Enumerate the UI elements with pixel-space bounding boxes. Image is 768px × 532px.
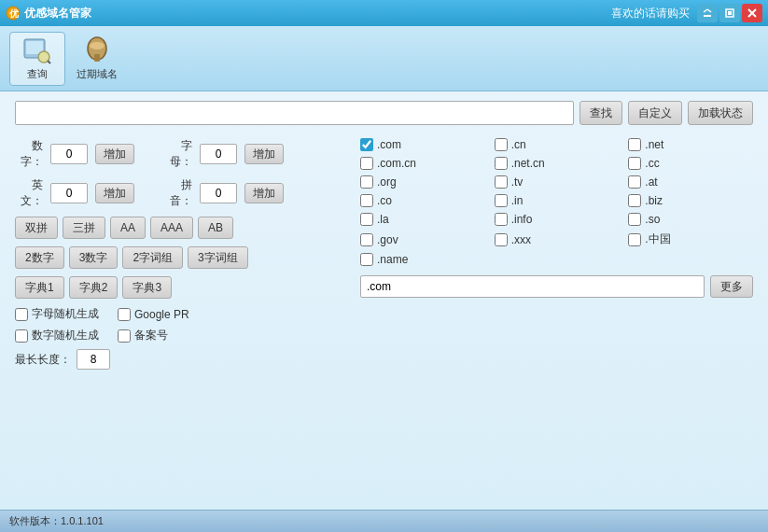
tld-info[interactable]: .info — [495, 213, 620, 226]
right-panel: .com .cn .net .com.cn .net.cn — [360, 138, 753, 370]
controls-area: 数字： 增加 字母： 增加 英文： 增加 拼音： 增加 双拼 三 — [15, 138, 753, 370]
number-random-check[interactable]: 数字随机生成 — [15, 328, 99, 343]
tld-cn[interactable]: .cn — [495, 138, 620, 151]
beian-label: 备案号 — [134, 328, 168, 343]
toolbar-query-label: 查询 — [27, 67, 48, 81]
tld-netcn[interactable]: .net.cn — [495, 157, 620, 170]
toolbar-expired-label: 过期域名 — [77, 67, 118, 81]
max-len-label: 最长长度： — [15, 352, 71, 368]
app-title: 优感域名管家 — [24, 6, 611, 21]
two-num-button[interactable]: 2数字 — [15, 246, 64, 269]
tld-grid: .com .cn .net .com.cn .net.cn — [360, 138, 753, 266]
tld-tv[interactable]: .tv — [495, 175, 620, 189]
custom-tld-input[interactable] — [360, 275, 705, 298]
checkbox-row-2: 数字随机生成 备案号 — [15, 328, 351, 343]
load-status-button[interactable]: 加载状态 — [688, 101, 753, 125]
svg-point-14 — [90, 42, 105, 49]
max-len-row: 最长长度： — [15, 349, 351, 370]
google-pr-check[interactable]: Google PR — [118, 308, 189, 321]
promo-text: 喜欢的话请购买 — [611, 6, 690, 21]
window-controls — [697, 4, 762, 22]
three-num-button[interactable]: 3数字 — [69, 246, 119, 269]
app-icon: 优 — [6, 6, 21, 21]
letter-random-label: 字母随机生成 — [32, 306, 99, 322]
btn-group-3: 字典1 字典2 字典3 — [15, 276, 351, 299]
search-button[interactable]: 查找 — [579, 101, 622, 125]
tld-gov[interactable]: .gov — [360, 231, 485, 247]
tld-in[interactable]: .in — [495, 194, 620, 207]
tld-china[interactable]: .中国 — [628, 231, 753, 247]
btn-group-1: 双拼 三拼 AA AAA AB — [15, 217, 351, 239]
more-tld-button[interactable]: 更多 — [710, 275, 753, 298]
svg-text:优: 优 — [8, 8, 20, 19]
status-text: 软件版本：1.0.1.101 — [9, 514, 104, 528]
svg-rect-6 — [728, 11, 732, 15]
english-inc-button[interactable]: 增加 — [95, 183, 134, 203]
sanpin-button[interactable]: 三拼 — [63, 217, 105, 239]
svg-line-3 — [704, 9, 707, 12]
three-word-button[interactable]: 3字词组 — [188, 246, 248, 269]
pinyin-input[interactable] — [200, 183, 237, 203]
letter-random-check[interactable]: 字母随机生成 — [15, 306, 99, 322]
tld-com[interactable]: .com — [360, 138, 485, 151]
tld-biz[interactable]: .biz — [628, 194, 753, 207]
main-content: 查找 自定义 加载状态 数字： 增加 字母： 增加 英文： 增加 拼音： — [0, 91, 768, 510]
english-input[interactable] — [50, 183, 88, 203]
status-bar: 软件版本：1.0.1.101 — [0, 510, 768, 532]
two-word-button[interactable]: 2字词组 — [122, 246, 183, 269]
expired-icon — [82, 35, 112, 65]
svg-line-12 — [48, 61, 50, 63]
more-tld-row: 更多 — [360, 275, 753, 298]
number-letter-row: 数字： 增加 字母： 增加 — [15, 138, 351, 170]
tld-so[interactable]: .so — [628, 213, 753, 226]
toolbar: 查询 过期域名 — [0, 26, 768, 91]
google-pr-label: Google PR — [134, 308, 189, 321]
search-row: 查找 自定义 加载状态 — [15, 101, 753, 125]
max-len-input[interactable] — [77, 349, 110, 370]
close-button[interactable] — [742, 4, 762, 22]
query-icon — [22, 35, 52, 65]
pinyin-inc-button[interactable]: 增加 — [244, 183, 284, 203]
english-pinyin-row: 英文： 增加 拼音： 增加 — [15, 177, 351, 209]
checkbox-row-1: 字母随机生成 Google PR — [15, 306, 351, 322]
number-random-label: 数字随机生成 — [32, 328, 99, 343]
tld-comcn[interactable]: .com.cn — [360, 157, 485, 170]
letter-inc-button[interactable]: 增加 — [244, 144, 284, 164]
toolbar-expired[interactable]: 过期域名 — [69, 32, 125, 86]
search-input[interactable] — [15, 101, 574, 125]
tld-cc[interactable]: .cc — [628, 157, 753, 170]
left-panel: 数字： 增加 字母： 增加 英文： 增加 拼音： 增加 双拼 三 — [15, 138, 351, 370]
dict3-button[interactable]: 字典3 — [122, 276, 172, 299]
beian-check[interactable]: 备案号 — [118, 328, 168, 343]
maximize-button[interactable] — [719, 4, 740, 22]
letter-input[interactable] — [200, 144, 237, 164]
aa-button[interactable]: AA — [110, 217, 146, 239]
tld-xxx[interactable]: .xxx — [495, 231, 620, 247]
ab-button[interactable]: AB — [198, 217, 233, 239]
tld-co[interactable]: .co — [360, 194, 485, 207]
title-bar: 优 优感域名管家 喜欢的话请购买 — [0, 0, 768, 26]
number-inc-button[interactable]: 增加 — [95, 144, 134, 164]
tld-name[interactable]: .name — [360, 253, 485, 266]
shuangpin-button[interactable]: 双拼 — [15, 217, 58, 239]
dict1-button[interactable]: 字典1 — [15, 276, 64, 299]
btn-group-2: 2数字 3数字 2字词组 3字词组 — [15, 246, 351, 269]
custom-button[interactable]: 自定义 — [628, 101, 682, 125]
toolbar-query[interactable]: 查询 — [9, 32, 65, 86]
minimize-button[interactable] — [697, 4, 718, 22]
tld-net[interactable]: .net — [628, 138, 753, 151]
english-label: 英文： — [15, 177, 43, 209]
tld-at[interactable]: .at — [628, 175, 753, 189]
tld-la[interactable]: .la — [360, 213, 485, 226]
svg-line-4 — [707, 9, 711, 12]
tld-org[interactable]: .org — [360, 175, 485, 189]
aaa-button[interactable]: AAA — [150, 217, 193, 239]
dict2-button[interactable]: 字典2 — [69, 276, 119, 299]
number-label: 数字： — [15, 138, 43, 170]
letter-label: 字母： — [164, 138, 192, 170]
svg-rect-15 — [94, 54, 100, 62]
number-input[interactable] — [50, 144, 88, 164]
pinyin-label: 拼音： — [164, 177, 192, 209]
